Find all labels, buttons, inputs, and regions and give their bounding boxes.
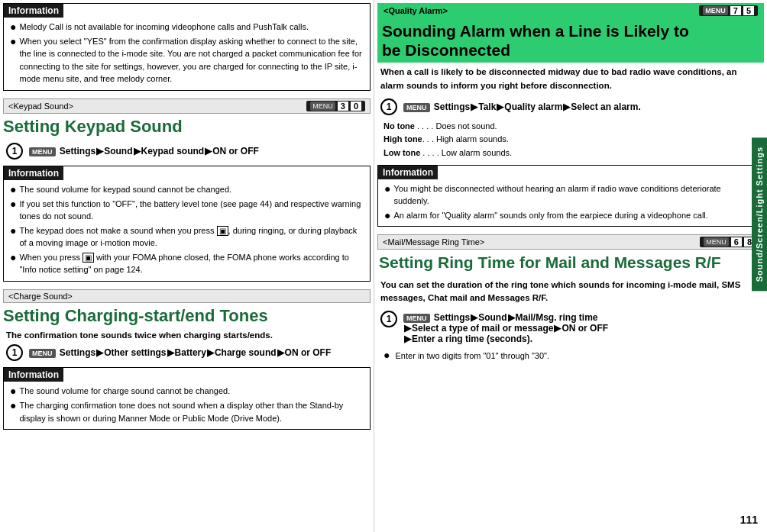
keypad-menu-label: MENU (310, 102, 335, 111)
keypad-section-tag: <Keypad Sound> MENU 3 0 (3, 98, 371, 114)
mail-menu-label: MENU (704, 237, 729, 247)
mail-badge1: 6 (731, 237, 742, 247)
quality-alarm-description: When a call is likely to be disconnected… (374, 63, 767, 95)
keypad-step-text: Settings▶Sound▶Keypad sound▶ON or OFF (60, 146, 259, 156)
quality-alarm-tag: <Quality Alarm> MENU 7 5 (377, 3, 764, 18)
bullet-icon: ● (10, 399, 16, 412)
keypad-bullet-1: ● The sound volume for keypad sound cann… (10, 183, 364, 196)
quality-badge2: 5 (743, 6, 754, 15)
quality-bullet-1-text: You might be disconnected without hearin… (393, 182, 757, 208)
menu-icon: MENU (403, 103, 430, 112)
alarm-high-tone: High tone. . . High alarm sounds. (384, 133, 758, 147)
keypad-info-box: Information ● The sound volume for keypa… (3, 166, 371, 282)
mail-step-part3: ▶Enter a ring time (seconds). (403, 334, 532, 344)
charge-step1: 1 MENU Settings▶Other settings▶Battery▶C… (0, 341, 374, 364)
charge-step-num: 1 (6, 344, 23, 361)
quality-bullet-2-text: An alarm for "Quality alarm" sounds only… (393, 209, 707, 222)
mail-section-title: Setting Ring Time for Mail and Messages … (374, 250, 767, 275)
keypad-bullet-1-text: The sound volume for keypad sound cannot… (19, 183, 231, 196)
charge-step-text: Settings▶Other settings▶Battery▶Charge s… (60, 347, 331, 358)
quality-badge1: 7 (730, 6, 741, 15)
keypad-badge1: 3 (338, 102, 348, 111)
side-tab-text: Sound/Screen/Light Settings (755, 147, 764, 282)
keypad-tag-label: <Keypad Sound> (8, 102, 73, 111)
mail-tag-label: <Mail/Message Ring Time> (383, 237, 484, 247)
quality-bullet-1: ● You might be disconnected without hear… (384, 182, 757, 208)
top-bullet-2: ● When you select "YES" from the confirm… (10, 35, 364, 85)
charge-description: The confirmation tone sounds twice when … (0, 329, 374, 341)
keypad-step-num: 1 (6, 143, 23, 160)
bullet-icon: ● (10, 224, 16, 237)
side-tab: Sound/Screen/Light Settings (752, 137, 767, 291)
bullet-icon: ● (10, 35, 16, 48)
quality-info-box: Information ● You might be disconnected … (377, 165, 764, 227)
top-bullet-1-text: Melody Call is not available for incomin… (19, 21, 308, 34)
keypad-step-path: MENU Settings▶Sound▶Keypad sound▶ON or O… (29, 146, 259, 156)
right-panel: <Quality Alarm> MENU 7 5 Sounding Alarm … (374, 0, 767, 532)
mail-step-part2: ▶Select a type of mail or message▶ON or … (403, 323, 608, 334)
mail-step1: 1 MENU Settings▶Sound▶Mail/Msg. ring tim… (374, 308, 767, 347)
keypad-section-title: Setting Keypad Sound (0, 114, 374, 140)
mail-section-tag: <Mail/Message Ring Time> MENU 6 8 (377, 234, 764, 250)
quality-step-num: 1 (380, 98, 397, 115)
bullet-icon: ● (10, 183, 16, 196)
mail-menu-badge: MENU 6 8 (700, 237, 759, 247)
keypad-badge2: 0 (351, 102, 361, 111)
bullet-icon: ● (10, 385, 16, 398)
quality-menu-badge: MENU 7 5 (699, 5, 758, 16)
charge-step-path: MENU Settings▶Other settings▶Battery▶Cha… (29, 347, 331, 358)
keypad-info-header: Information (4, 166, 63, 180)
bullet-icon: ● (384, 209, 390, 222)
menu-icon: MENU (403, 314, 430, 323)
charge-tag-label: <Charge Sound> (8, 292, 73, 301)
top-bullet-2-text: When you select "YES" from the confirmat… (19, 35, 364, 85)
keypad-menu-badge: MENU 3 0 (306, 101, 365, 111)
keypad-bullet-2: ● If you set this function to "OFF", the… (10, 198, 364, 223)
charge-section-title: Setting Charging-start/end Tones (0, 303, 374, 329)
charge-bullet-1: ● The sound volume for charge sound cann… (10, 385, 364, 398)
mail-step-bullet-text: Enter in two digits from "01" through "3… (396, 351, 550, 360)
quality-alarm-title: Sounding Alarm when a Line is Likely to … (377, 18, 764, 63)
keypad-bullet-4: ● When you press ▣ with your FOMA phone … (10, 251, 364, 276)
charge-info-header: Information (4, 368, 63, 382)
bullet-icon: ● (384, 182, 390, 195)
quality-step-path: MENU Settings▶Talk▶Quality alarm▶Select … (403, 102, 641, 112)
charge-info-box: Information ● The sound volume for charg… (3, 367, 371, 430)
left-panel: Information ● Melody Call is not availab… (0, 0, 374, 532)
quality-bullet-2: ● An alarm for "Quality alarm" sounds on… (384, 209, 757, 222)
keypad-bullet-2-text: If you set this function to "OFF", the b… (19, 198, 364, 223)
mail-step-num: 1 (380, 311, 397, 327)
keypad-bullet-3: ● The keypad does not make a sound when … (10, 224, 364, 250)
alarm-low-tone: Low tone . . . . Low alarm sounds. (384, 147, 758, 160)
bullet-icon: ● (10, 21, 16, 34)
alarm-options: No tone . . . . Does not sound. High ton… (374, 118, 767, 162)
mail-step-bullet: ● Enter in two digits from "01" through … (374, 347, 767, 363)
keypad-info-content: ● The sound volume for keypad sound cann… (4, 180, 370, 281)
mail-step-part1: Settings▶Sound▶Mail/Msg. ring time (434, 312, 598, 323)
alarm-no-tone: No tone . . . . Does not sound. (384, 120, 758, 134)
quality-info-header: Information (378, 166, 438, 179)
charge-info-content: ● The sound volume for charge sound cann… (4, 382, 370, 429)
keypad-bullet-4-text: When you press ▣ with your FOMA phone cl… (19, 251, 364, 276)
menu-icon: MENU (29, 147, 56, 156)
menu-icon: MENU (29, 349, 56, 358)
quality-menu-label: MENU (703, 6, 728, 15)
mail-step-path: MENU Settings▶Sound▶Mail/Msg. ring time … (403, 312, 608, 344)
charge-bullet-1-text: The sound volume for charge sound cannot… (19, 385, 230, 398)
top-bullet-1: ● Melody Call is not available for incom… (10, 21, 364, 34)
quality-info-content: ● You might be disconnected without hear… (378, 179, 763, 227)
keypad-step1: 1 MENU Settings▶Sound▶Keypad sound▶ON or… (0, 140, 374, 163)
quality-step-text: Settings▶Talk▶Quality alarm▶Select an al… (434, 102, 641, 112)
page-number: 111 (740, 514, 758, 526)
top-info-box: Information ● Melody Call is not availab… (3, 3, 371, 91)
top-info-content: ● Melody Call is not available for incom… (4, 18, 370, 90)
mail-description: You can set the duration of the ring ton… (374, 276, 767, 308)
charge-bullet-2-text: The charging confirmation tone does not … (19, 399, 364, 424)
top-info-header: Information (4, 4, 63, 18)
charge-section-tag: <Charge Sound> (3, 289, 371, 303)
quality-step1: 1 MENU Settings▶Talk▶Quality alarm▶Selec… (374, 95, 767, 118)
bullet-icon: ● (10, 198, 16, 211)
quality-alarm-tag-label: <Quality Alarm> (384, 6, 448, 15)
quality-alarm-title-line1: Sounding Alarm when a Line is Likely to (382, 22, 689, 40)
keypad-bullet-3-text: The keypad does not make a sound when yo… (19, 224, 364, 250)
